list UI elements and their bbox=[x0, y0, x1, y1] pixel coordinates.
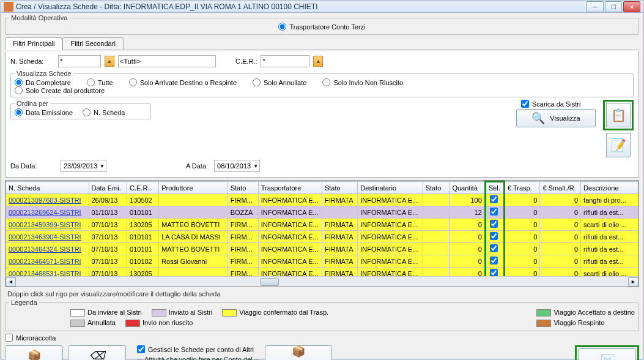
sel-checkbox[interactable] bbox=[490, 257, 498, 264]
col-header[interactable]: Stato bbox=[228, 182, 258, 194]
table-row[interactable]: 0000213269624-SISTRI01/10/13010101BOZZAI… bbox=[6, 206, 638, 219]
minimize-button[interactable]: ─ bbox=[587, 1, 604, 12]
sel-checkbox[interactable] bbox=[490, 220, 498, 228]
tab-main[interactable]: Filtri Principali bbox=[5, 37, 62, 50]
cell: 0 bbox=[450, 231, 485, 243]
legend-item: Viaggio confermato dal Trasp. bbox=[222, 309, 328, 317]
cell: 130205 bbox=[127, 219, 159, 231]
cer-spin[interactable]: ▲ bbox=[313, 56, 323, 67]
mode-radio[interactable]: Trasportatore Conto Terzi bbox=[278, 23, 365, 31]
nuova-bianco-button[interactable]: 📦 Nuova Scheda in Bianco bbox=[265, 345, 332, 360]
cell: MATTEO BOVETTI bbox=[159, 219, 228, 231]
close-button[interactable]: ✕ bbox=[623, 1, 640, 12]
cell: INFORMATICA E... bbox=[258, 206, 322, 219]
da-data-combo[interactable]: 23/09/2013▼ bbox=[61, 160, 106, 172]
cell: 0 bbox=[450, 268, 485, 277]
cell: INFORMATICA E... bbox=[358, 231, 423, 243]
gestisci-check[interactable]: Gestisci le Schede per conto di Altri bbox=[137, 345, 254, 353]
col-header[interactable]: Stato bbox=[423, 182, 450, 194]
cell bbox=[423, 255, 450, 268]
col-header[interactable]: Descrizione bbox=[581, 182, 638, 194]
col-header[interactable]: C.E.R. bbox=[127, 182, 159, 194]
sel-checkbox[interactable] bbox=[490, 195, 498, 203]
cell: FIRM... bbox=[228, 268, 258, 277]
legend-item: Viaggio Respinto bbox=[536, 319, 635, 327]
radio-solo-invio[interactable]: Solo Invio Non Riuscito bbox=[322, 78, 403, 86]
window-title: Crea / Visualizza Schede - Ditta: INFORM… bbox=[16, 2, 587, 11]
cell bbox=[485, 243, 504, 255]
nscheda-label: N. Scheda: bbox=[10, 58, 54, 65]
maximize-button[interactable]: ☐ bbox=[605, 1, 622, 12]
legend-item: Annullata bbox=[70, 319, 116, 327]
cell: INFORMATICA E... bbox=[358, 206, 423, 219]
visualizza-button[interactable]: 🔍 Visualizza bbox=[516, 109, 596, 127]
cell bbox=[423, 231, 450, 243]
cell: 0000213269624-SISTRI bbox=[6, 206, 89, 219]
col-header[interactable]: Stato bbox=[322, 182, 357, 194]
radio-tutte[interactable]: Tutte bbox=[87, 78, 113, 86]
sel-checkbox[interactable] bbox=[490, 208, 498, 216]
cell: 010102 bbox=[127, 255, 159, 268]
cell bbox=[423, 219, 450, 231]
table-row[interactable]: 0000213463904-SISTRI07/10/13010101LA CAS… bbox=[6, 231, 638, 243]
cell bbox=[485, 206, 504, 219]
table-row[interactable]: 0000213468531-SISTRI07/10/13130205FIRM..… bbox=[6, 268, 638, 277]
microraccolta-check[interactable]: Microraccolta bbox=[5, 334, 639, 342]
col-header[interactable]: Sel. bbox=[485, 182, 504, 194]
vis-legend: Visualizza Schede bbox=[15, 70, 73, 77]
col-header[interactable]: Produttore bbox=[159, 182, 228, 194]
radio-solo-arrivate[interactable]: Solo Arrivate Destino o Respinte bbox=[129, 78, 237, 86]
a-data-label: A Data: bbox=[186, 162, 208, 170]
scroll-right[interactable]: ► bbox=[628, 277, 638, 287]
radio-nscheda[interactable]: N. Scheda bbox=[83, 108, 125, 116]
cell: 0000213468531-SISTRI bbox=[6, 268, 89, 277]
cer-input[interactable] bbox=[261, 55, 309, 67]
cell: 0 bbox=[540, 206, 581, 219]
cell: 0 bbox=[505, 206, 540, 219]
sel-checkbox[interactable] bbox=[490, 244, 498, 252]
sel-checkbox[interactable] bbox=[490, 269, 498, 276]
sel-checkbox[interactable] bbox=[490, 232, 498, 240]
legend-item: Invio non riuscito bbox=[125, 319, 193, 327]
cell: INFORMATICA E... bbox=[258, 219, 322, 231]
radio-data-emissione[interactable]: Data Emissione bbox=[15, 108, 73, 116]
table-row[interactable]: 0000213464324-SISTRI07/10/13010101MATTEO… bbox=[6, 243, 638, 255]
col-header[interactable]: Quantità bbox=[450, 182, 485, 194]
radio-solo-create[interactable]: Solo Create dal produttore bbox=[15, 86, 105, 94]
col-header[interactable]: N. Scheda bbox=[6, 182, 89, 194]
tab-secondary[interactable]: Filtri Secondari bbox=[62, 37, 123, 50]
table-row[interactable]: 0000213097603-SISTRI26/09/13130502FIRM..… bbox=[6, 194, 638, 206]
cell: rifiuti da est... bbox=[581, 255, 638, 268]
col-header[interactable]: € Smalt./R. bbox=[540, 182, 581, 194]
cell: 0 bbox=[450, 255, 485, 268]
scarica-check[interactable]: Scarica da Sistri bbox=[521, 100, 580, 108]
cell: 07/10/13 bbox=[89, 219, 127, 231]
radio-solo-annullate[interactable]: Solo Annullate bbox=[253, 78, 306, 86]
cell: INFORMATICA E... bbox=[358, 194, 423, 206]
annulla-button[interactable]: ⌫ Annulla/Elimina bbox=[68, 345, 126, 360]
nuova-scheda-button[interactable]: 📦 Nuova Scheda bbox=[5, 345, 63, 360]
nscheda-input[interactable] bbox=[58, 55, 101, 67]
grid-hscroll[interactable]: ◄ ► bbox=[6, 276, 638, 287]
cell: 12 bbox=[450, 206, 485, 219]
cell: 0 bbox=[540, 219, 581, 231]
a-data-combo[interactable]: 08/10/2013▼ bbox=[214, 160, 260, 172]
edit-toolbtn[interactable]: 📝 bbox=[606, 133, 631, 157]
legend-item: Inviato al Sistri bbox=[152, 309, 213, 317]
col-header[interactable]: Trasportatore bbox=[258, 182, 322, 194]
schede-grid[interactable]: N. SchedaData Emi.C.E.R.ProduttoreStatoT… bbox=[5, 180, 639, 287]
invia-button[interactable]: ✉️ Invia al Sistri bbox=[578, 348, 636, 360]
nscheda-spin[interactable]: ▲ bbox=[105, 56, 114, 67]
radio-da-completare[interactable]: Da Completare bbox=[15, 78, 71, 86]
refresh-toolbtn[interactable]: 📋 bbox=[606, 103, 631, 127]
tutti-input[interactable] bbox=[118, 55, 216, 67]
col-header[interactable]: Destinatario bbox=[358, 182, 423, 194]
table-row[interactable]: 0000213459399-SISTRI07/10/13130205MATTEO… bbox=[6, 219, 638, 231]
scroll-left[interactable]: ◄ bbox=[6, 277, 16, 287]
cell: 26/09/13 bbox=[89, 194, 127, 206]
cell: 0000213097603-SISTRI bbox=[6, 194, 89, 206]
table-row[interactable]: 0000213464571-SISTRI07/10/13010102Rossi … bbox=[6, 255, 638, 268]
cell: scarti di olio ... bbox=[581, 219, 638, 231]
col-header[interactable]: Data Emi. bbox=[89, 182, 127, 194]
col-header[interactable]: € Trasp. bbox=[505, 182, 540, 194]
